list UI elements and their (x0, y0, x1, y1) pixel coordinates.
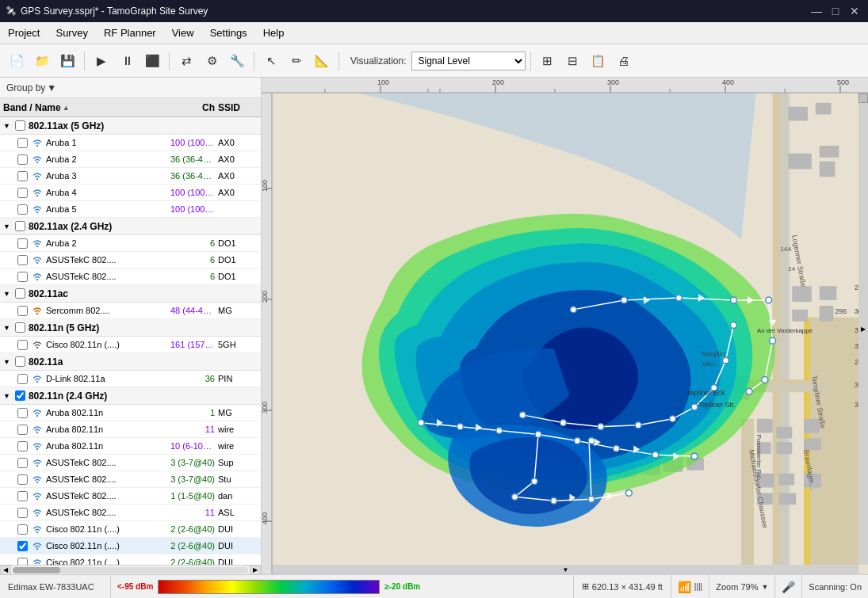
network-row[interactable]: Aruba 336 (36-40@4...AX0 (0, 168, 261, 185)
network-row[interactable]: Cisco 802.11n (....)2 (2-6@40)DUI (0, 521, 261, 538)
hscroll-thumb[interactable] (13, 567, 60, 573)
network-row[interactable]: ASUSTekC 802....1 (1-5@40)dan (0, 488, 261, 505)
network-list[interactable]: ▼802.11ax (5 GHz)Aruba 1100 (100-10...AX… (0, 117, 261, 565)
group-checkbox[interactable] (15, 390, 25, 401)
net-checkbox[interactable] (17, 238, 28, 249)
network-row[interactable]: Aruba 802.11n1MG (0, 405, 261, 421)
menu-settings[interactable]: Settings (202, 24, 255, 42)
network-row[interactable]: Aruba 802.11n11wire (0, 421, 261, 438)
network-row[interactable]: Aruba 1100 (100-10...AX0 (0, 135, 261, 151)
net-channel: 3 (3-7@40) (170, 474, 218, 484)
col-band-header[interactable]: Band / Name ▲ (3, 102, 170, 113)
group-header[interactable]: ▼802.11a (0, 353, 261, 371)
groupby-button[interactable]: Group by ▼ (6, 82, 56, 93)
menu-rf-planner[interactable]: RF Planner (96, 24, 164, 42)
save-button[interactable]: 💾 (55, 49, 79, 73)
map-tool3[interactable]: 📐 (310, 49, 334, 73)
net-checkbox[interactable] (17, 524, 28, 535)
map-canvas[interactable]: Logenner Straße Templiner Straße Michaei… (273, 93, 858, 565)
net-checkbox[interactable] (17, 491, 28, 501)
network-row[interactable]: Sercomm 802....48 (44-48@4...MG (0, 303, 261, 319)
group-header[interactable]: ▼802.11ax (2.4 GHz) (0, 218, 261, 235)
net-checkbox[interactable] (17, 508, 28, 518)
pause-button[interactable]: ⏸ (115, 49, 139, 73)
network-row[interactable]: ASUSTekC 802....3 (3-7@40)Stu (0, 471, 261, 488)
net-checkbox[interactable] (17, 474, 28, 485)
map-tool2[interactable]: ✏ (285, 49, 308, 73)
network-row[interactable]: Aruba 4100 (100-10...AX0 (0, 185, 261, 201)
status-size: ⊞ 620.13 × 431.49 ft (574, 575, 671, 598)
group-header[interactable]: ▼802.11n (5 GHz) (0, 319, 261, 337)
net-checkbox[interactable] (17, 204, 28, 215)
group-checkbox[interactable] (15, 288, 25, 299)
map-tool1[interactable]: ↖ (259, 49, 283, 73)
tool2-button[interactable]: ⚙ (200, 49, 224, 73)
net-checkbox[interactable] (17, 154, 28, 165)
network-row[interactable]: Cisco 802.11n (....)2 (2-6@40)DUI (0, 538, 261, 554)
print-button[interactable]: 🖨 (612, 49, 636, 73)
open-button[interactable]: 📁 (30, 49, 54, 73)
start-button[interactable]: ▶ (90, 49, 113, 73)
net-checkbox[interactable] (17, 458, 28, 468)
menu-project[interactable]: Project (0, 24, 48, 42)
net-ssid: 5GH (218, 340, 258, 349)
net-checkbox[interactable] (17, 374, 28, 384)
net-name: Cisco 802.11n (....) (46, 558, 170, 565)
network-row[interactable]: ASUSTekC 802....6DO1 (0, 269, 261, 285)
network-row[interactable]: Cisco 802.11n (....)2 (2-6@40)DUI (0, 554, 261, 565)
viz-select[interactable]: Signal Level Signal-to-Noise Ratio PHY D… (411, 51, 526, 70)
export-button[interactable]: 📋 (587, 49, 610, 73)
net-ssid: MG (218, 408, 258, 417)
view-btn2[interactable]: ⊟ (561, 49, 585, 73)
close-button[interactable]: ✕ (847, 4, 862, 18)
net-checkbox[interactable] (17, 272, 28, 282)
net-checkbox[interactable] (17, 558, 28, 566)
net-checkbox[interactable] (17, 188, 28, 198)
stop-button[interactable]: ⬛ (140, 49, 164, 73)
menu-view[interactable]: View (164, 24, 202, 42)
network-row[interactable]: ASUSTekC 802....6DO1 (0, 252, 261, 269)
tool3-button[interactable]: 🔧 (225, 49, 249, 73)
scroll-right[interactable]: ▶ (858, 93, 868, 565)
network-row[interactable]: Aruba 26DO1 (0, 235, 261, 252)
net-checkbox[interactable] (17, 255, 28, 265)
group-checkbox[interactable] (15, 221, 25, 231)
network-row[interactable]: Aruba 236 (36-40@4...AX0 (0, 151, 261, 168)
net-checkbox[interactable] (17, 171, 28, 181)
network-row[interactable]: Aruba 5100 (100-10... (0, 201, 261, 218)
group-checkbox[interactable] (15, 356, 25, 367)
group-header[interactable]: ▼802.11ac (0, 285, 261, 303)
network-row[interactable]: ASUSTekC 802....3 (3-7@40)Sup (0, 455, 261, 471)
net-checkbox[interactable] (17, 541, 28, 551)
scroll-bottom[interactable]: ▼ (273, 565, 858, 574)
status-zoom[interactable]: Zoom 79% ▼ (709, 575, 775, 598)
group-header[interactable]: ▼802.11ax (5 GHz) (0, 117, 261, 135)
hscroll-right[interactable]: ▶ (250, 566, 261, 575)
network-row[interactable]: ASUSTekC 802....11ASL (0, 505, 261, 521)
col-ssid-header[interactable]: SSID (218, 102, 258, 113)
maximize-button[interactable]: □ (828, 4, 843, 18)
menu-help[interactable]: Help (255, 24, 293, 42)
net-checkbox[interactable] (17, 138, 28, 148)
network-row[interactable]: D-Link 802.11a36PIN (0, 371, 261, 387)
hscroll-track[interactable] (13, 567, 248, 573)
new-button[interactable]: 📄 (5, 49, 29, 73)
view-btn1[interactable]: ⊞ (536, 49, 560, 73)
menu-survey[interactable]: Survey (48, 24, 95, 42)
group-checkbox[interactable] (15, 322, 25, 333)
network-row[interactable]: Cisco 802.11n (....)161 (157-16...5GH (0, 337, 261, 353)
network-row[interactable]: Aruba 802.11n10 (6-10@40)wire (0, 438, 261, 455)
tool1-button[interactable]: ⇄ (174, 49, 198, 73)
group-header[interactable]: ▼802.11n (2.4 GHz) (0, 387, 261, 405)
net-checkbox[interactable] (17, 306, 28, 316)
group-checkbox[interactable] (15, 120, 25, 131)
map-svg[interactable]: Logenner Straße Templiner Straße Michaei… (273, 93, 858, 565)
minimize-button[interactable]: — (809, 4, 824, 18)
col-ch-header[interactable]: Ch (170, 102, 218, 113)
net-checkbox[interactable] (17, 425, 28, 435)
net-checkbox[interactable] (17, 408, 28, 418)
net-checkbox[interactable] (17, 340, 28, 350)
net-checkbox[interactable] (17, 441, 28, 451)
map-area[interactable]: 100 200 300 400 500 (262, 78, 868, 574)
hscroll-left[interactable]: ◀ (0, 566, 11, 575)
